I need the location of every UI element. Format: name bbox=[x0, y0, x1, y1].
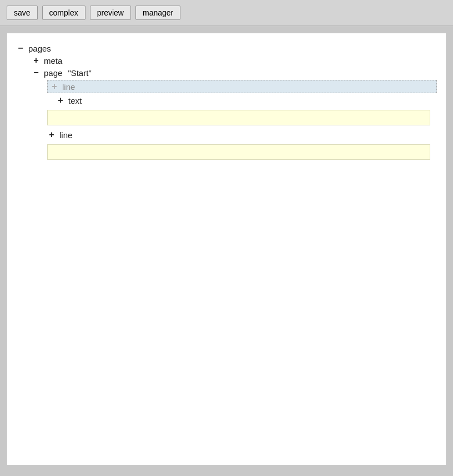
page-value: "Start" bbox=[68, 68, 91, 78]
complex-button[interactable]: complex bbox=[42, 6, 85, 20]
pages-toggle-icon[interactable]: − bbox=[16, 43, 25, 53]
text-label: text bbox=[68, 96, 82, 105]
line2-node[interactable]: + line bbox=[47, 129, 437, 141]
text-toggle-icon[interactable]: + bbox=[56, 95, 65, 105]
line-selected-node[interactable]: + line bbox=[47, 80, 437, 93]
page-toggle-icon[interactable]: − bbox=[32, 68, 41, 78]
pages-node[interactable]: − pages bbox=[16, 42, 437, 54]
meta-label: meta bbox=[44, 56, 62, 65]
preview-button[interactable]: preview bbox=[90, 6, 131, 20]
page-label: page bbox=[44, 68, 62, 78]
manager-button[interactable]: manager bbox=[135, 6, 180, 20]
save-button[interactable]: save bbox=[7, 6, 38, 20]
main-content: − pages + meta − page "Start" + line + t… bbox=[7, 33, 446, 465]
line-selected-toggle-icon[interactable]: + bbox=[50, 82, 59, 92]
line2-toggle-icon[interactable]: + bbox=[47, 130, 56, 140]
line-selected-label: line bbox=[62, 82, 75, 92]
page-node[interactable]: − page "Start" bbox=[32, 67, 437, 79]
meta-toggle-icon[interactable]: + bbox=[32, 55, 41, 65]
yellow-box-2 bbox=[47, 144, 430, 160]
line2-label: line bbox=[59, 130, 72, 140]
toolbar: save complex preview manager bbox=[0, 0, 453, 26]
text-node[interactable]: + text bbox=[56, 94, 437, 107]
meta-node[interactable]: + meta bbox=[32, 54, 437, 67]
yellow-box-1 bbox=[47, 110, 430, 125]
pages-label: pages bbox=[28, 44, 51, 53]
